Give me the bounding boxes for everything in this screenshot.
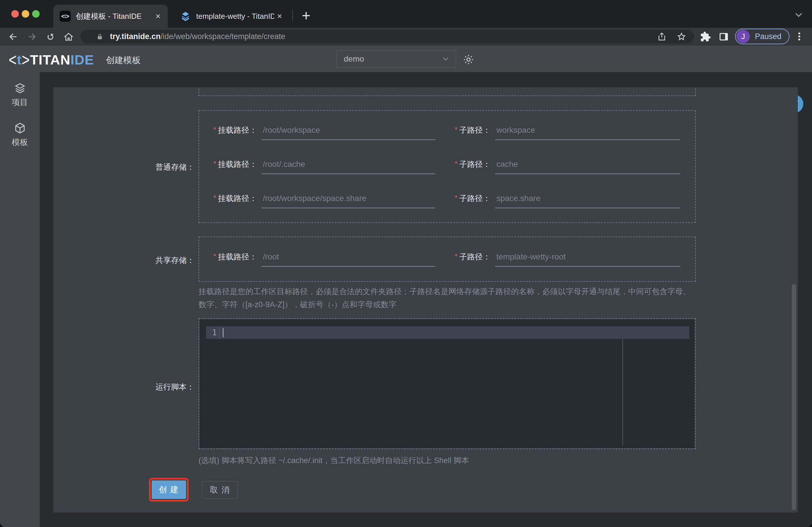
storage-row: * 挂载路径： * 子路径： bbox=[199, 159, 695, 174]
lock-icon bbox=[96, 33, 104, 41]
mount-path-input[interactable] bbox=[262, 126, 435, 140]
sub-path-input[interactable] bbox=[495, 252, 680, 267]
sub-path-label: 子路径： bbox=[459, 159, 491, 170]
previous-group-box bbox=[199, 87, 696, 96]
create-button[interactable]: 创 建 bbox=[151, 480, 186, 499]
new-tab-button[interactable]: + bbox=[298, 8, 314, 24]
required-mark: * bbox=[454, 159, 458, 169]
tab-close-icon[interactable]: × bbox=[153, 11, 163, 21]
required-mark: * bbox=[454, 252, 458, 261]
url-text: try.titanide.cn/ide/web/workspace/templa… bbox=[110, 32, 285, 41]
titanide-favicon-icon: <t> bbox=[60, 11, 71, 22]
path-help-text: 挂载路径是您的工作区目标路径，必须是合法的文件夹路径；子路径名是网络存储源子路径… bbox=[199, 285, 697, 311]
sidebar: 项目 模板 bbox=[0, 72, 40, 527]
tab-title: 创建模板 - TitanIDE bbox=[76, 11, 153, 21]
sub-path-input[interactable] bbox=[495, 194, 680, 208]
tab-divider bbox=[292, 9, 293, 21]
layers-icon bbox=[14, 82, 26, 94]
titanide-logo: <t>TITANIDE bbox=[9, 52, 94, 68]
editor-caret bbox=[223, 328, 223, 337]
scrollbar-thumb[interactable] bbox=[792, 284, 796, 510]
storage-row: * 挂载路径： * 子路径： bbox=[199, 125, 695, 140]
required-mark: * bbox=[213, 125, 216, 134]
tab-title: template-wetty - TitanIDE bbox=[196, 12, 274, 21]
home-button[interactable] bbox=[63, 31, 74, 43]
script-help-text: (选填) 脚本将写入路径 ~/.cache/.init，当工作区启动时自动运行以… bbox=[199, 454, 697, 467]
workspace-select[interactable]: demo bbox=[336, 50, 456, 68]
mount-path-input[interactable] bbox=[262, 252, 435, 267]
normal-storage-group: * 挂载路径： * 子路径： * 挂载路径： * 子路径 bbox=[199, 110, 696, 223]
action-highlight-annotation: 创 建 bbox=[149, 478, 189, 501]
required-mark: * bbox=[454, 125, 458, 134]
profile-status: Paused bbox=[750, 32, 789, 41]
browser-menu-icon[interactable] bbox=[794, 31, 804, 42]
cancel-button[interactable]: 取 消 bbox=[202, 481, 238, 499]
mount-path-label: 挂载路径： bbox=[218, 193, 257, 204]
close-window-button[interactable] bbox=[11, 10, 19, 18]
tab-close-icon[interactable]: × bbox=[274, 11, 285, 21]
required-mark: * bbox=[213, 193, 216, 203]
sub-path-label: 子路径： bbox=[459, 252, 491, 262]
sidebar-item-label: 模板 bbox=[12, 137, 28, 148]
chevron-down-icon bbox=[441, 55, 450, 63]
reload-button[interactable] bbox=[45, 31, 56, 43]
profile-paused-button[interactable]: J Paused bbox=[735, 29, 789, 44]
required-mark: * bbox=[454, 193, 458, 203]
extensions-puzzle-icon[interactable] bbox=[700, 31, 711, 42]
line-number: 1 bbox=[206, 326, 220, 339]
mount-path-label: 挂载路径： bbox=[218, 252, 257, 262]
template-favicon-icon bbox=[180, 11, 191, 22]
run-script-label: 运行脚本： bbox=[145, 382, 194, 392]
script-code-editor[interactable]: 1 bbox=[200, 319, 695, 448]
shared-storage-label: 共享存储： bbox=[145, 255, 194, 265]
workspace-settings-gear-icon[interactable] bbox=[462, 54, 475, 65]
tab-template-wetty[interactable]: template-wetty - TitanIDE × bbox=[174, 5, 289, 28]
required-mark: * bbox=[213, 252, 216, 261]
run-script-group: 1 bbox=[199, 318, 696, 449]
tab-create-template[interactable]: <t> 创建模板 - TitanIDE × bbox=[53, 5, 168, 28]
maximize-window-button[interactable] bbox=[32, 10, 40, 18]
storage-row: * 挂载路径： * 子路径： bbox=[199, 193, 695, 208]
address-bar[interactable]: try.titanide.cn/ide/web/workspace/templa… bbox=[81, 30, 694, 43]
mount-path-input[interactable] bbox=[262, 160, 435, 174]
sidebar-item-label: 项目 bbox=[12, 97, 28, 108]
storage-row: * 挂载路径： * 子路径： bbox=[199, 252, 695, 267]
normal-storage-label: 普通存储： bbox=[145, 162, 194, 172]
sub-path-label: 子路径： bbox=[459, 125, 491, 135]
back-button[interactable] bbox=[7, 31, 19, 43]
app-header: <t>TITANIDE 创建模板 demo ? 演 bbox=[0, 45, 812, 72]
forward-button[interactable] bbox=[26, 31, 38, 43]
editor-column-ruler bbox=[622, 340, 623, 446]
sidebar-item-templates[interactable]: 模板 bbox=[0, 122, 40, 148]
required-mark: * bbox=[213, 159, 216, 169]
editor-current-line: 1 bbox=[206, 326, 689, 339]
browser-toolbar: try.titanide.cn/ide/web/workspace/templa… bbox=[0, 28, 812, 45]
workspace-select-value: demo bbox=[344, 54, 441, 64]
mount-path-label: 挂载路径： bbox=[218, 159, 257, 170]
cube-icon bbox=[14, 122, 26, 134]
browser-window: <t> 创建模板 - TitanIDE × template-wetty - T… bbox=[0, 0, 812, 527]
shared-storage-group: * 挂载路径： * 子路径： bbox=[199, 237, 696, 282]
sub-path-input[interactable] bbox=[495, 126, 680, 140]
side-panel-icon[interactable] bbox=[718, 31, 729, 42]
minimize-window-button[interactable] bbox=[22, 10, 29, 18]
tab-search-chevron-icon[interactable] bbox=[794, 10, 804, 20]
mount-path-label: 挂载路径： bbox=[218, 125, 257, 135]
mount-path-input[interactable] bbox=[262, 194, 435, 208]
tab-strip: <t> 创建模板 - TitanIDE × template-wetty - T… bbox=[0, 0, 812, 28]
bookmark-star-icon[interactable] bbox=[677, 32, 686, 42]
sidebar-item-projects[interactable]: 项目 bbox=[0, 82, 40, 108]
page-title: 创建模板 bbox=[106, 54, 141, 66]
share-icon[interactable] bbox=[657, 32, 667, 42]
sub-path-label: 子路径： bbox=[459, 193, 491, 204]
sub-path-input[interactable] bbox=[495, 160, 680, 174]
profile-avatar: J bbox=[737, 30, 750, 43]
create-template-form: 普通存储： * 挂载路径： * 子路径： * 挂载路径： bbox=[53, 87, 798, 513]
